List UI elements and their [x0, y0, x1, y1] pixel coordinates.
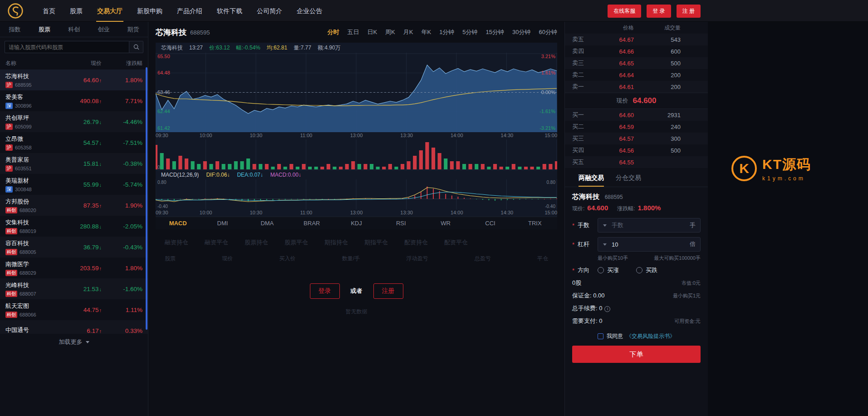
market-tab-1[interactable]: 指数: [0, 22, 29, 37]
login-button[interactable]: 登 录: [647, 5, 671, 18]
nav-item-8[interactable]: 企业公告: [289, 0, 329, 22]
nav-item-2[interactable]: 股票: [63, 0, 90, 22]
positions-tab-2[interactable]: 融资平仓: [205, 238, 228, 247]
register-button[interactable]: 注 册: [677, 5, 701, 18]
chart-login-button[interactable]: 登录: [310, 283, 340, 299]
load-more-button[interactable]: 加载更多: [0, 334, 148, 350]
macd-bottom-label: -0.40: [157, 204, 168, 209]
stock-row[interactable]: 中国通号6.17↑0.33%: [0, 320, 148, 334]
ask-row[interactable]: 卖二64.64200: [565, 69, 708, 81]
stock-row[interactable]: 方邦股份科创68802087.35↑1.90%: [0, 195, 148, 216]
ask-row[interactable]: 卖四64.66600: [565, 45, 708, 57]
bid-row[interactable]: 买一64.602931: [565, 109, 708, 121]
level-label: 卖三: [572, 59, 598, 67]
brand-logo-icon[interactable]: [7, 3, 24, 19]
search-button[interactable]: [129, 41, 143, 53]
positions-tab-3[interactable]: 股票持仓: [245, 238, 268, 247]
buy-up-radio[interactable]: 买涨: [598, 266, 619, 274]
bid-row[interactable]: 买二64.59240: [565, 121, 708, 133]
price-chart[interactable]: 65.5064.4863.4662.4461.423.21%1.61%0.00%…: [156, 53, 557, 132]
period-tab-7[interactable]: 1分钟: [439, 28, 454, 36]
stock-row[interactable]: 容百科技科创68800536.79↓-0.43%: [0, 237, 148, 258]
stock-row[interactable]: 芯海科技沪68859564.60↑1.80%: [0, 69, 148, 90]
indicator-tab-dmi[interactable]: DMI: [200, 220, 245, 227]
stock-row[interactable]: 奥普家居沪60355115.81↓-0.38%: [0, 153, 148, 174]
stock-row[interactable]: 安集科技科创688019280.88↓-2.05%: [0, 216, 148, 237]
ask-row[interactable]: 卖一64.61200: [565, 81, 708, 93]
nav-item-5[interactable]: 产品介绍: [170, 0, 210, 22]
indicator-tab-trix[interactable]: TRIX: [513, 220, 557, 227]
search-input[interactable]: [5, 41, 129, 53]
bid-row[interactable]: 买五64.55: [565, 156, 708, 168]
stock-change: -0.43%: [102, 244, 142, 251]
ask-row[interactable]: 卖五64.67543: [565, 34, 708, 45]
time-axis-label: 14:30: [501, 210, 514, 215]
period-tab-1[interactable]: 分时: [327, 28, 339, 36]
chevron-down-icon[interactable]: [598, 222, 612, 228]
level-price: 64.60: [598, 112, 634, 119]
risk-agreement-link[interactable]: 《交易风险提示书》: [626, 332, 675, 340]
stock-row[interactable]: 光峰科技科创68800721.53↓-1.60%: [0, 278, 148, 299]
nav-item-3[interactable]: 交易大厅: [90, 0, 130, 22]
period-tab-6[interactable]: 年K: [421, 28, 431, 36]
period-tab-3[interactable]: 日K: [367, 28, 377, 36]
lots-input[interactable]: 手数 手: [598, 218, 701, 233]
nav-item-4[interactable]: 新股申购: [130, 0, 170, 22]
positions-tab-8[interactable]: 配资平仓: [444, 238, 468, 247]
bid-row[interactable]: 买四64.56500: [565, 144, 708, 156]
stock-name: 立昂微: [5, 135, 70, 143]
indicator-tab-kdj[interactable]: KDJ: [334, 220, 378, 227]
market-tab-3[interactable]: 科创: [59, 22, 88, 37]
period-tab-9[interactable]: 15分钟: [486, 28, 504, 36]
trade-tab-2[interactable]: 分仓交易: [616, 168, 641, 187]
period-tab-4[interactable]: 周K: [385, 28, 395, 36]
indicator-tab-wr[interactable]: WR: [423, 220, 468, 227]
stock-row[interactable]: 南微医学科创688029203.59↑1.80%: [0, 258, 148, 278]
stock-row[interactable]: 爱美客深300896490.08↑7.71%: [0, 90, 148, 111]
market-tab-2[interactable]: 股票: [29, 22, 59, 37]
stock-row[interactable]: 美瑞新材深30084855.99↓-5.74%: [0, 174, 148, 195]
buy-down-radio[interactable]: 买跌: [636, 266, 657, 274]
stock-row[interactable]: 共创草坪沪60509926.79↓-4.46%: [0, 111, 148, 132]
positions-tab-5[interactable]: 期指持仓: [324, 238, 348, 247]
stock-code: 605099: [15, 124, 32, 129]
trade-tab-1[interactable]: 两融交易: [579, 168, 604, 187]
period-tab-2[interactable]: 五日: [347, 28, 359, 36]
indicator-tab-dma[interactable]: DMA: [245, 220, 289, 227]
agree-checkbox[interactable]: [598, 333, 603, 339]
stock-row[interactable]: 立昂微沪60535854.57↓-7.51%: [0, 132, 148, 153]
nav-item-1[interactable]: 首页: [35, 0, 63, 22]
indicator-tab-macd[interactable]: MACD: [156, 220, 200, 227]
positions-tab-7[interactable]: 配资持仓: [404, 238, 428, 247]
place-order-button[interactable]: 下单: [572, 346, 701, 363]
macd-chart[interactable]: 0.80-0.400.80-0.40: [156, 179, 557, 209]
positions-tab-1[interactable]: 融资持仓: [165, 238, 188, 247]
period-tab-10[interactable]: 30分钟: [512, 28, 530, 36]
positions-tab-6[interactable]: 期指平仓: [364, 238, 388, 247]
period-tab-11[interactable]: 60分钟: [539, 28, 557, 36]
period-tab-8[interactable]: 5分钟: [462, 28, 477, 36]
online-service-button[interactable]: 在线客服: [608, 5, 641, 18]
indicator-tab-cci[interactable]: CCI: [468, 220, 512, 227]
stock-change: -5.74%: [102, 181, 142, 188]
load-more-label: 加载更多: [59, 338, 83, 346]
chevron-down-icon[interactable]: [598, 241, 612, 248]
positions-tab-4[interactable]: 股票平仓: [284, 238, 308, 247]
indicator-tab-rsi[interactable]: RSI: [379, 220, 423, 227]
period-tab-5[interactable]: 月K: [403, 28, 413, 36]
market-tab-4[interactable]: 创业: [89, 22, 118, 37]
level-label: 卖一: [572, 83, 598, 91]
stock-row[interactable]: 航天宏图科创68806644.75↑1.11%: [0, 299, 148, 320]
scrollbar-thumb[interactable]: [146, 67, 147, 330]
chart-register-button[interactable]: 注册: [373, 283, 403, 299]
market-tab-5[interactable]: 期货: [118, 22, 148, 37]
nav-item-6[interactable]: 软件下载: [210, 0, 250, 22]
info-icon[interactable]: i: [604, 306, 610, 312]
market-badge: 科创: [5, 312, 17, 318]
volume-chart[interactable]: 0: [156, 139, 557, 170]
bid-row[interactable]: 买三64.57300: [565, 133, 708, 144]
nav-item-7[interactable]: 公司简介: [250, 0, 289, 22]
leverage-select[interactable]: 10 倍: [598, 237, 701, 252]
ask-row[interactable]: 卖三64.65500: [565, 57, 708, 69]
indicator-tab-brar[interactable]: BRAR: [289, 220, 334, 227]
